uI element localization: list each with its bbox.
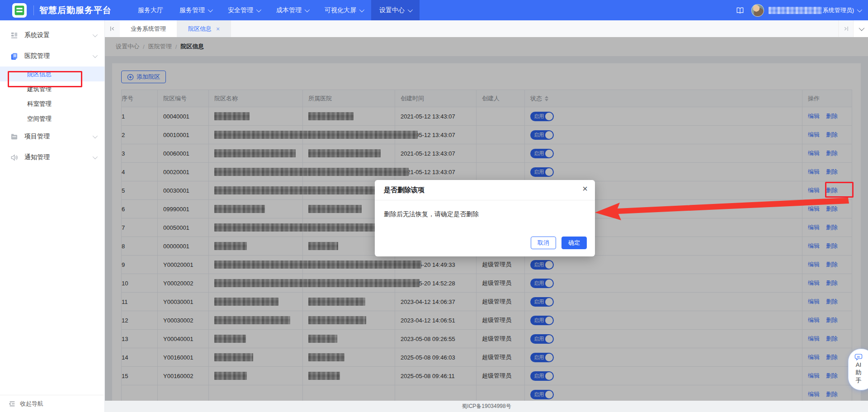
sidebar-group-label: 项目管理 <box>24 133 50 141</box>
ai-assistant-button[interactable]: AI AI助手 <box>848 349 868 390</box>
nav-item-label: 成本管理 <box>276 6 302 14</box>
confirm-button[interactable]: 确定 <box>561 237 587 249</box>
nav-item-5[interactable]: 可视化大屏 <box>316 0 371 20</box>
chevron-down-icon <box>93 53 98 58</box>
ai-assistant-label-3: 手 <box>856 376 862 384</box>
page-footer: 蜀ICP备19034998号 <box>105 401 868 412</box>
tab-2[interactable]: 院区信息× <box>177 20 231 37</box>
grid-icon <box>10 31 18 39</box>
tab-list: 业务系统管理院区信息× <box>120 20 231 37</box>
chevron-down-icon <box>208 7 213 12</box>
collapse-nav-button[interactable]: 收起导航 <box>0 395 104 412</box>
navbar-menu: 服务大厅服务管理安全管理成本管理可视化大屏设置中心 <box>130 0 420 20</box>
nav-item-label: 服务管理 <box>179 6 205 14</box>
user-role-label: 系统管理员) <box>823 6 854 14</box>
sidebar-group-1[interactable]: 系统设置 <box>0 25 104 46</box>
close-icon[interactable]: × <box>582 184 588 193</box>
sidebar-menu: 系统设置医院管理院区信息建筑管理科室管理空间管理项目管理通知管理 <box>0 20 104 168</box>
avatar[interactable] <box>751 4 764 17</box>
sidebar-item-2-3[interactable]: 科室管理 <box>0 96 104 111</box>
navbar-right: 系统管理员) <box>736 4 868 17</box>
sidebar-group-4[interactable]: 通知管理 <box>0 147 104 168</box>
folder-icon <box>10 133 18 141</box>
ai-assistant-label-1: AI <box>856 361 861 369</box>
tab-label: 业务系统管理 <box>131 25 166 33</box>
chevron-down-icon <box>359 7 364 12</box>
ai-assistant-label-2: 助 <box>856 369 862 376</box>
app-title: 智慧后勤服务平台 <box>39 5 112 16</box>
manual-book-icon[interactable] <box>736 6 744 14</box>
dialog-message: 删除后无法恢复，请确定是否删除 <box>375 200 595 218</box>
top-navbar: 智慧后勤服务平台 服务大厅服务管理安全管理成本管理可视化大屏设置中心 系统管理员… <box>0 0 868 20</box>
nav-item-label: 服务大厅 <box>138 6 163 14</box>
tabbar-right <box>838 20 868 37</box>
nav-item-label: 可视化大屏 <box>325 6 356 14</box>
nav-item-2[interactable]: 服务管理 <box>171 0 220 20</box>
chevron-down-icon <box>857 7 862 12</box>
ai-chat-bubble-icon: AI <box>854 353 863 361</box>
delete-confirm-dialog: 是否删除该项 × 删除后无法恢复，请确定是否删除 取消 确定 <box>375 180 595 256</box>
icp-label: 蜀ICP备19034998号 <box>462 403 511 409</box>
chevron-down-icon <box>256 7 261 12</box>
nav-item-label: 安全管理 <box>228 6 253 14</box>
tab-bar: 业务系统管理院区信息× <box>105 20 868 37</box>
sidebar-group-3[interactable]: 项目管理 <box>0 126 104 147</box>
tab-label: 院区信息 <box>188 25 212 33</box>
sidebar-group-2[interactable]: 医院管理 <box>0 46 104 66</box>
sidebar-item-2-4[interactable]: 空间管理 <box>0 111 104 126</box>
sidebar-group-label: 系统设置 <box>24 31 50 39</box>
tabs-menu-chevron-icon[interactable] <box>853 20 868 37</box>
divider <box>33 5 34 15</box>
scroll-tabs-right-icon[interactable] <box>838 20 853 37</box>
app-logo-icon <box>12 3 27 18</box>
dialog-header: 是否删除该项 × <box>375 180 595 200</box>
user-role-dropdown[interactable]: 系统管理员) <box>823 6 861 14</box>
chevron-down-icon <box>408 7 413 12</box>
sidebar-item-2-1[interactable]: 院区信息 <box>0 66 104 81</box>
nav-item-3[interactable]: 安全管理 <box>220 0 268 20</box>
sidebar-group-label: 通知管理 <box>24 153 50 161</box>
nav-item-1[interactable]: 服务大厅 <box>130 0 171 20</box>
chevron-down-icon <box>305 7 310 12</box>
chevron-down-icon <box>93 154 98 159</box>
chevron-down-icon <box>93 32 98 37</box>
app-window: 智慧后勤服务平台 服务大厅服务管理安全管理成本管理可视化大屏设置中心 系统管理员… <box>0 0 868 412</box>
svg-text:AI: AI <box>857 355 860 358</box>
dialog-footer: 取消 确定 <box>531 237 587 249</box>
close-icon[interactable]: × <box>216 25 220 33</box>
nav-item-label: 设置中心 <box>379 6 405 14</box>
tab-1[interactable]: 业务系统管理 <box>120 20 177 37</box>
redacted-username <box>769 7 822 14</box>
scroll-tabs-left-icon[interactable] <box>105 20 120 37</box>
speaker-icon <box>10 153 18 161</box>
dialog-title: 是否删除该项 <box>384 186 425 194</box>
hospital-doc-icon <box>10 52 18 60</box>
nav-item-6[interactable]: 设置中心 <box>371 0 420 20</box>
collapse-nav-icon <box>8 400 16 408</box>
cancel-button[interactable]: 取消 <box>531 237 556 249</box>
sidebar-group-label: 医院管理 <box>24 52 50 60</box>
sidebar: 系统设置医院管理院区信息建筑管理科室管理空间管理项目管理通知管理 收起导航 <box>0 20 105 412</box>
collapse-nav-label: 收起导航 <box>20 400 43 408</box>
chevron-down-icon <box>93 133 98 138</box>
sidebar-item-2-2[interactable]: 建筑管理 <box>0 81 104 96</box>
nav-item-4[interactable]: 成本管理 <box>268 0 316 20</box>
